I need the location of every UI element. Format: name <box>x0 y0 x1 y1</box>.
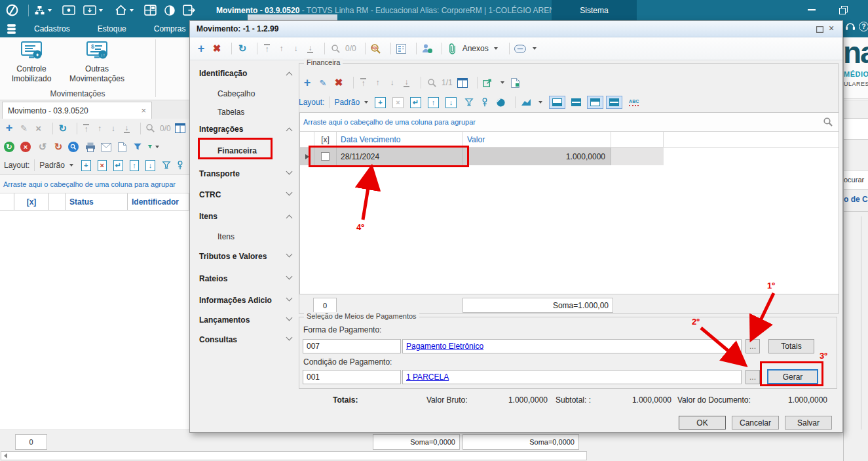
search-icon[interactable] <box>426 76 438 89</box>
panel-top-toggle[interactable] <box>587 96 603 109</box>
next-row-button[interactable]: ↓ <box>387 79 397 87</box>
edit-row-button[interactable]: ✎ <box>317 76 329 89</box>
card-icon[interactable] <box>514 42 526 55</box>
tab-close-icon[interactable]: × <box>141 106 146 115</box>
ok-button[interactable]: OK <box>679 416 726 430</box>
prev-row-button[interactable]: ↑ <box>373 79 383 87</box>
print-icon[interactable] <box>85 140 96 153</box>
forma-pagamento-code-field[interactable]: 007 <box>303 339 401 353</box>
menu-estoque[interactable]: Estoque <box>98 24 126 33</box>
filter-icon[interactable] <box>132 140 143 153</box>
column-header-check[interactable]: [x] <box>14 193 49 210</box>
chart-icon[interactable] <box>520 96 532 109</box>
column-header-data-vencimento[interactable]: Data Vencimento <box>337 132 463 147</box>
condicao-pagamento-code-field[interactable]: 001 <box>303 370 401 384</box>
layout-export-button[interactable]: ↑ <box>130 160 140 171</box>
row-checkbox[interactable] <box>321 152 330 161</box>
gerar-button[interactable]: Gerar <box>767 369 818 384</box>
spellcheck-icon[interactable]: ABC <box>629 98 639 106</box>
contrast-icon[interactable] <box>164 2 176 19</box>
layout-apply-button[interactable]: ↵ <box>113 160 123 171</box>
menu-compras[interactable]: Compras <box>154 24 186 33</box>
column-header-status[interactable]: Status <box>66 193 128 210</box>
reprocess-icon[interactable]: ↻ <box>52 140 64 153</box>
forma-pagamento-link[interactable]: Pagamento Eletrônico <box>406 342 483 351</box>
refresh-button[interactable]: ↻ <box>58 122 68 135</box>
row-checkbox-cell[interactable] <box>314 148 337 165</box>
peek-search-box[interactable]: ocurar <box>844 170 868 190</box>
restore-button[interactable] <box>839 5 848 17</box>
nav-consultas[interactable]: Consultas <box>199 335 291 344</box>
attachment-icon[interactable] <box>447 42 459 55</box>
tab-movimento[interactable]: Movimento - 03.9.0520 × <box>2 102 152 119</box>
prev-record-button[interactable]: ↑ <box>276 45 286 52</box>
nav-ctrc[interactable]: CTRC <box>199 190 291 199</box>
dialog-titlebar[interactable]: Movimento: -1 - 1.2.99 × <box>190 21 842 37</box>
dialog-maximize-button[interactable] <box>816 26 823 35</box>
stack-icon[interactable] <box>7 20 16 37</box>
layout-add-button[interactable]: + <box>81 160 91 171</box>
nav-financeira[interactable]: Financeira <box>217 146 257 155</box>
next-record-button[interactable]: ↓ <box>291 45 301 52</box>
edit-button[interactable]: ✎ <box>18 122 29 135</box>
panel-split-toggle[interactable] <box>606 96 622 109</box>
delete-row-button[interactable]: ✖ <box>333 76 345 89</box>
search-icon[interactable] <box>330 42 341 55</box>
grid-search-icon[interactable] <box>823 117 833 130</box>
totais-button[interactable]: Totais <box>768 339 814 353</box>
layout-import-button[interactable]: ↓ <box>145 160 155 171</box>
layout-import-button[interactable]: ↓ <box>445 97 457 108</box>
filter-row-icon[interactable] <box>463 96 475 109</box>
scroll-left-icon[interactable] <box>4 453 7 458</box>
salvar-button[interactable]: Salvar <box>785 416 832 430</box>
column-header-identificador[interactable]: Identificador <box>128 193 189 210</box>
home-icon[interactable] <box>115 2 134 19</box>
nav-tabelas[interactable]: Tabelas <box>217 108 244 117</box>
filter-pin-icon[interactable] <box>479 96 491 109</box>
layout-export-button[interactable]: ↑ <box>428 97 439 108</box>
first-row-button[interactable]: ↑ <box>358 78 368 87</box>
nav-lancamentos[interactable]: Lançamentos <box>199 315 291 325</box>
financeira-group-band[interactable]: Arraste aqui o cabeçalho de uma coluna p… <box>300 113 839 132</box>
filter-row-icon[interactable] <box>162 159 172 172</box>
cancelar-button[interactable]: Cancelar <box>732 416 779 430</box>
layout-select[interactable]: Padrão <box>39 161 65 170</box>
nav-transporte[interactable]: Transporte <box>199 169 291 178</box>
log-list-icon[interactable] <box>396 42 407 55</box>
report-icon[interactable] <box>116 140 128 153</box>
module-box-icon[interactable] <box>83 2 103 19</box>
delete-button[interactable]: ✖ <box>211 42 223 55</box>
headset-icon[interactable] <box>845 22 856 33</box>
nav-tributos[interactable]: Tributos e Valores <box>199 252 291 261</box>
panel-bottom-toggle[interactable] <box>549 96 565 109</box>
export-icon[interactable] <box>482 76 494 89</box>
nav-integracoes[interactable]: Integrações <box>199 125 291 134</box>
tab-sistema[interactable]: Sistema <box>552 0 637 20</box>
last-record-button[interactable]: ↓ <box>122 124 131 133</box>
cell-data-vencimento[interactable]: 28/11/2024 <box>337 148 463 165</box>
add-button[interactable]: + <box>4 122 14 135</box>
nav-informacoes[interactable]: Informações Adicio <box>199 296 291 305</box>
table-row[interactable]: 28/11/2024 1.000,0000 <box>300 148 839 165</box>
layout-delete-button[interactable]: × <box>392 97 404 108</box>
layout-delete-button[interactable]: × <box>98 160 107 171</box>
anexos-button[interactable]: Anexos <box>462 44 489 53</box>
add-button[interactable]: + <box>195 42 207 55</box>
layout-select[interactable]: Padrão <box>334 98 360 107</box>
horizontal-scrollbar[interactable] <box>1 451 587 460</box>
add-row-button[interactable]: + <box>301 76 313 89</box>
cell-valor[interactable]: 1.000,0000 <box>463 148 611 165</box>
user-process-icon[interactable] <box>421 42 433 55</box>
menu-cadastros[interactable]: Cadastros <box>34 24 70 33</box>
exit-icon[interactable] <box>183 2 195 19</box>
window-grid-icon[interactable] <box>144 2 157 19</box>
columns-button[interactable] <box>175 122 185 135</box>
forma-pagamento-desc-field[interactable]: Pagamento Eletrônico <box>402 339 742 353</box>
column-header-valor[interactable]: Valor <box>463 132 611 147</box>
workspace-group-band[interactable]: Arraste aqui o cabeçalho de uma coluna p… <box>0 174 189 193</box>
help-icon[interactable]: ? <box>859 22 868 31</box>
ribbon-button-controle-imobilizado[interactable]: ♦ Controle Imobilizado <box>4 41 59 84</box>
next-record-button[interactable]: ↓ <box>109 125 118 132</box>
refresh-button[interactable]: ↻ <box>236 42 248 55</box>
cancel-process-icon[interactable]: × <box>20 142 31 152</box>
